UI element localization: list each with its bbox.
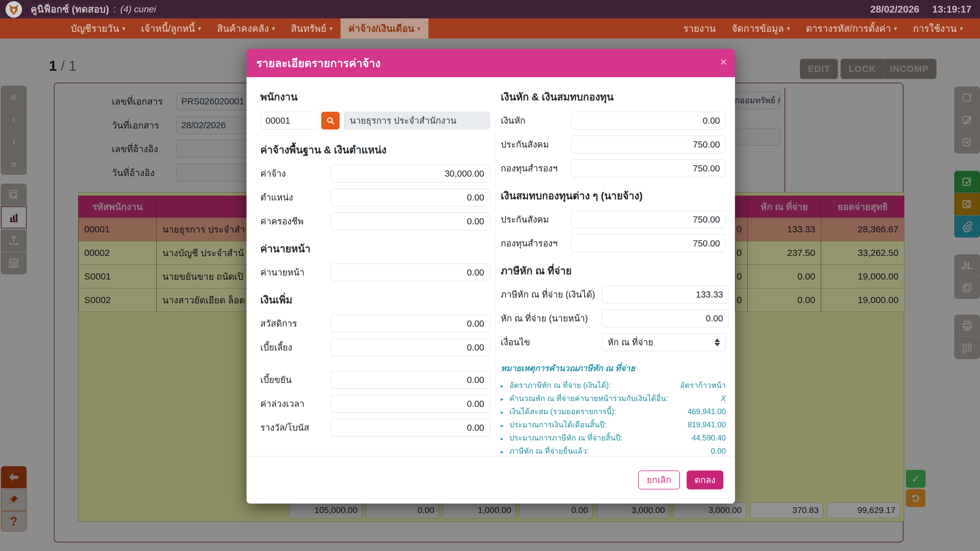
field-row: กองทุนสำรองฯ xyxy=(501,159,726,177)
field-row: ประกันสังคม xyxy=(501,211,726,229)
cancel-button[interactable]: ยกเลิก xyxy=(638,470,680,489)
commission-input[interactable] xyxy=(331,264,490,281)
menu-journal[interactable]: บัญชีรายวัน▾ xyxy=(63,18,133,38)
condition-row: เงื่อนไข หัก ณ ที่จ่าย xyxy=(501,333,726,351)
note-item: ▸ ประมาณการเงินได้เดือนสิ้นปี: 819,941.0… xyxy=(501,418,726,432)
title-bar: คูนิฟ็อกซ์ (ทดสอบ) : (4) cunei 28/02/202… xyxy=(0,0,980,18)
bullet-icon: ▸ xyxy=(501,380,509,392)
chevron-down-icon: ▾ xyxy=(272,25,275,32)
wage-input[interactable] xyxy=(331,165,490,183)
app-logo xyxy=(5,1,22,18)
field-row: รางวัล/โบนัส xyxy=(260,419,490,437)
section-commission: ค่านายหน้า xyxy=(260,241,490,257)
close-icon[interactable]: × xyxy=(720,56,727,68)
note-item: ▸ เงินได้สะสม (รวมยอดรายการนี้): 469,941… xyxy=(501,405,726,418)
menu-data-management[interactable]: จัดการข้อมูล▾ xyxy=(724,18,798,38)
employee-search-button[interactable] xyxy=(321,112,340,130)
menu-usage[interactable]: การใช้งาน▾ xyxy=(905,18,971,38)
bullet-icon: ▸ xyxy=(501,393,509,405)
chevron-down-icon: ▾ xyxy=(894,25,897,32)
per-diem-input[interactable] xyxy=(331,338,490,356)
employee-lookup-row: นายธุรการ ประจำสำนักงาน xyxy=(260,112,490,130)
fox-icon xyxy=(7,3,21,16)
main-menu-bar: บัญชีรายวัน▾ เจ้าหนี้/ลูกหนี้▾ สินค้าคงค… xyxy=(0,18,980,38)
clock: 28/02/2026 13:19:17 xyxy=(870,0,971,18)
menu-assets[interactable]: สินทรัพย์▾ xyxy=(283,18,340,38)
living-allowance-input[interactable] xyxy=(331,213,490,230)
field-row: เบี้ยขยัน xyxy=(260,371,490,389)
bullet-icon: ▸ xyxy=(501,419,509,432)
diligence-input[interactable] xyxy=(331,371,490,389)
field-row: ค่าครองชีพ xyxy=(260,213,490,230)
title-colon: : xyxy=(113,4,116,14)
notes-heading: หมายเหตุการคำนวณภาษีหัก ณ ที่จ่าย xyxy=(501,362,726,375)
section-employer-funds: เงินสมทบกองทุนต่าง ๆ (นายจ้าง) xyxy=(501,187,726,204)
session-label: (4) cunei xyxy=(120,4,156,14)
field-row: สวัสดิการ xyxy=(260,315,490,332)
field-row: กองทุนสำรองฯ xyxy=(501,235,726,252)
chevron-down-icon: ▾ xyxy=(329,25,332,32)
note-item: ▸ คำนวณหัก ณ ที่จ่ายค่านายหน้าร่วมกับเงิ… xyxy=(501,392,726,405)
social-security-input[interactable] xyxy=(571,136,726,153)
field-row: ตำแหน่ง xyxy=(260,189,490,206)
bullet-icon: ▸ xyxy=(501,432,509,445)
dialog-title: รายละเอียดรายการค่าจ้าง xyxy=(256,54,381,72)
section-employee: พนักงาน xyxy=(260,89,490,105)
field-row: ภาษีหัก ณ ที่จ่าย (เงินได้) xyxy=(501,286,726,303)
field-row: ประกันสังคม xyxy=(501,136,726,153)
dialog-footer: ยกเลิก ตกลง xyxy=(247,456,735,503)
chevron-down-icon: ▾ xyxy=(198,25,201,32)
note-item: ▸ อัตราภาษีหัก ณ ที่จ่าย (เงินได้): อัตร… xyxy=(501,379,726,392)
employer-provident-fund-input[interactable] xyxy=(571,235,726,252)
bonus-input[interactable] xyxy=(331,419,490,437)
chevron-down-icon: ▾ xyxy=(787,25,790,32)
chevron-down-icon: ▾ xyxy=(122,25,125,32)
tax-calculation-notes: หมายเหตุการคำนวณภาษีหัก ณ ที่จ่าย ▸ อัตร… xyxy=(501,362,726,458)
chevron-down-icon: ▾ xyxy=(417,25,420,32)
provident-fund-input[interactable] xyxy=(571,159,726,177)
search-icon xyxy=(326,116,335,125)
employee-code-input[interactable] xyxy=(260,112,317,130)
welfare-input[interactable] xyxy=(331,315,490,332)
position-allowance-input[interactable] xyxy=(331,189,490,206)
menu-payroll-active[interactable]: ค่าจ้าง/เงินเดือน▾ xyxy=(340,18,428,38)
withholding-commission-input[interactable] xyxy=(602,310,729,327)
note-item: ▸ ประมาณการภาษีหัก ณ ที่จ่ายสิ้นปี: 44,5… xyxy=(501,432,726,445)
wage-detail-dialog: รายละเอียดรายการค่าจ้าง × พนักงาน นายธุร… xyxy=(247,49,735,503)
field-row: เงินหัก xyxy=(501,112,726,130)
deduction-input[interactable] xyxy=(571,112,726,130)
employee-name-field: นายธุรการ ประจำสำนักงาน xyxy=(344,112,490,130)
field-row: ค่าจ้าง xyxy=(260,165,490,183)
app-title: คูนิฟ็อกซ์ (ทดสอบ) xyxy=(30,2,109,17)
dialog-left-column: พนักงาน นายธุรการ ประจำสำนักงาน ค่าจ้างพ… xyxy=(260,89,490,443)
section-additions: เงินเพิ่ม xyxy=(260,292,490,308)
menu-reports[interactable]: รายงาน xyxy=(675,18,724,38)
current-date: 28/02/2026 xyxy=(870,4,920,15)
menu-code-settings[interactable]: ตารางรหัส/การตั้งค่า▾ xyxy=(798,18,905,38)
field-row: ค่าล่วงเวลา xyxy=(260,395,490,413)
menu-payable-receivable[interactable]: เจ้าหนี้/ลูกหนี้▾ xyxy=(133,18,209,38)
field-row: หัก ณ ที่จ่าย (นายหน้า) xyxy=(501,310,726,327)
dialog-body: พนักงาน นายธุรการ ประจำสำนักงาน ค่าจ้างพ… xyxy=(247,77,735,456)
section-deductions: เงินหัก & เงินสมทบกองทุน xyxy=(501,89,726,105)
menu-inventory[interactable]: สินค้าคงคลัง▾ xyxy=(209,18,283,38)
withholding-income-input[interactable] xyxy=(602,286,729,303)
current-time: 13:19:17 xyxy=(932,4,971,15)
section-base-wage: ค่าจ้างพื้นฐาน & เงินตำแหน่ง xyxy=(260,142,490,158)
chevron-down-icon: ▾ xyxy=(960,25,963,32)
withholding-condition-select[interactable]: หัก ณ ที่จ่าย xyxy=(602,333,726,351)
overtime-input[interactable] xyxy=(331,395,490,413)
menu-group-left: บัญชีรายวัน▾ เจ้าหนี้/ลูกหนี้▾ สินค้าคงค… xyxy=(63,18,428,38)
employer-social-security-input[interactable] xyxy=(571,211,726,229)
ok-button[interactable]: ตกลง xyxy=(687,470,723,489)
bullet-icon: ▸ xyxy=(501,406,509,418)
select-arrows-icon xyxy=(714,338,720,346)
field-row: ค่านายหน้า xyxy=(260,264,490,281)
dialog-right-column: เงินหัก & เงินสมทบกองทุน เงินหัก ประกันส… xyxy=(501,89,726,458)
menu-group-right: รายงาน จัดการข้อมูล▾ ตารางรหัส/การตั้งค่… xyxy=(675,18,971,38)
dialog-header: รายละเอียดรายการค่าจ้าง × xyxy=(247,49,735,77)
section-withholding-tax: ภาษีหัก ณ ที่จ่าย xyxy=(501,263,726,279)
field-row: เบี้ยเลี้ยง xyxy=(260,338,490,356)
